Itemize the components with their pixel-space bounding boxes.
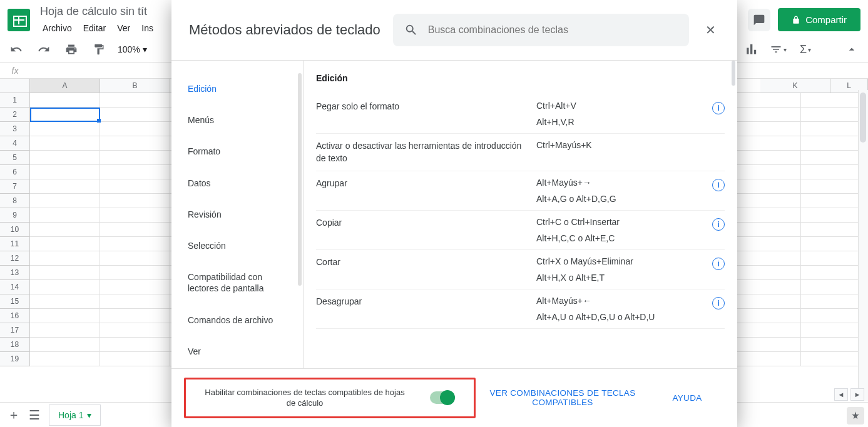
cell[interactable] [30, 338, 100, 352]
cell[interactable] [731, 165, 801, 179]
row-header[interactable]: 8 [0, 194, 30, 208]
cell[interactable] [100, 151, 170, 165]
menu-insertar[interactable]: Ins [136, 21, 158, 36]
menu-ver[interactable]: Ver [112, 21, 135, 36]
cell[interactable] [100, 294, 170, 309]
add-sheet-icon[interactable]: ＋ [8, 406, 20, 423]
cell[interactable] [731, 237, 801, 251]
sidebar-item[interactable]: Revisión [171, 199, 303, 230]
search-box[interactable] [393, 14, 689, 46]
compat-toggle[interactable] [430, 391, 455, 404]
row-header[interactable]: 5 [0, 151, 30, 165]
vertical-scrollbar[interactable] [858, 90, 868, 401]
sidebar-item[interactable]: Menús [171, 104, 303, 136]
cell[interactable] [731, 280, 801, 294]
menu-archivo[interactable]: Archivo [38, 21, 77, 36]
row-header[interactable]: 9 [0, 208, 30, 223]
scrollbar-thumb[interactable] [298, 73, 302, 286]
cell[interactable] [30, 352, 100, 366]
active-cell[interactable] [30, 108, 100, 122]
cell[interactable] [100, 309, 170, 323]
row-header[interactable]: 12 [0, 251, 30, 266]
cell[interactable] [731, 266, 801, 280]
row-header[interactable]: 3 [0, 122, 30, 136]
cell[interactable] [30, 309, 100, 323]
row-header[interactable]: 7 [0, 179, 30, 194]
cell[interactable] [100, 93, 170, 108]
cell[interactable] [100, 208, 170, 223]
cell[interactable] [30, 136, 100, 151]
cell[interactable] [30, 266, 100, 280]
cell[interactable] [100, 223, 170, 237]
cell[interactable] [30, 323, 100, 338]
row-header[interactable]: 13 [0, 266, 30, 280]
cell[interactable] [30, 280, 100, 294]
close-icon[interactable]: ✕ [702, 19, 720, 41]
sheet-tab[interactable]: Hoja 1 ▾ [49, 404, 101, 426]
cell[interactable] [731, 194, 801, 208]
row-header[interactable]: 1 [0, 93, 30, 108]
menu-editar[interactable]: Editar [78, 21, 111, 36]
cell[interactable] [100, 338, 170, 352]
row-header[interactable]: 15 [0, 294, 30, 309]
cell[interactable] [731, 251, 801, 266]
cell[interactable] [30, 93, 100, 108]
filter-icon[interactable]: ▾ [769, 41, 787, 58]
undo-icon[interactable] [8, 41, 25, 58]
cell[interactable] [731, 108, 801, 122]
print-icon[interactable] [63, 41, 80, 58]
explore-icon[interactable] [847, 407, 864, 424]
info-icon[interactable]: i [712, 102, 725, 114]
row-header[interactable]: 10 [0, 223, 30, 237]
cell[interactable] [731, 223, 801, 237]
cell[interactable] [731, 93, 801, 108]
cell[interactable] [100, 323, 170, 338]
scroll-right-icon[interactable]: ► [850, 388, 864, 401]
cell[interactable] [100, 251, 170, 266]
row-header[interactable]: 18 [0, 338, 30, 352]
col-header[interactable]: K [760, 79, 830, 93]
info-icon[interactable]: i [712, 179, 725, 191]
sidebar-item[interactable]: Formato [171, 136, 303, 167]
info-icon[interactable]: i [712, 297, 725, 309]
cell[interactable] [731, 151, 801, 165]
cell[interactable] [30, 223, 100, 237]
row-header[interactable]: 19 [0, 352, 30, 366]
cell[interactable] [731, 136, 801, 151]
collapse-icon[interactable] [843, 41, 860, 58]
cell[interactable] [731, 338, 801, 352]
paint-format-icon[interactable] [90, 41, 108, 58]
cell[interactable] [30, 165, 100, 179]
cell[interactable] [100, 280, 170, 294]
info-icon[interactable]: i [712, 258, 725, 270]
cell[interactable] [30, 122, 100, 136]
cell[interactable] [100, 352, 170, 366]
view-compat-link[interactable]: VER COMBINACIONES DE TECLAS COMPATIBLES [488, 388, 637, 407]
cell[interactable] [100, 179, 170, 194]
cell[interactable] [100, 194, 170, 208]
scrollbar-thumb[interactable] [860, 93, 866, 143]
doc-title[interactable]: Hoja de cálculo sin tít [38, 4, 158, 19]
cell[interactable] [731, 309, 801, 323]
zoom-select[interactable]: 100% ▾ [118, 44, 147, 54]
sidebar-item[interactable]: Compatibilidad con lectores de pantalla [171, 261, 303, 304]
cell[interactable] [731, 323, 801, 338]
info-icon[interactable]: i [712, 218, 725, 231]
cell[interactable] [30, 294, 100, 309]
row-header[interactable]: 2 [0, 108, 30, 122]
select-all-corner[interactable] [0, 79, 30, 93]
cell[interactable] [731, 208, 801, 223]
share-button[interactable]: Compartir [778, 8, 860, 31]
all-sheets-icon[interactable]: ☰ [29, 408, 40, 423]
cell[interactable] [30, 208, 100, 223]
col-header[interactable]: A [30, 79, 100, 93]
row-header[interactable]: 14 [0, 280, 30, 294]
row-header[interactable]: 4 [0, 136, 30, 151]
scroll-left-icon[interactable]: ◄ [834, 388, 848, 401]
cell[interactable] [30, 179, 100, 194]
cell[interactable] [731, 294, 801, 309]
sidebar-item[interactable]: Ver [171, 336, 303, 367]
sidebar-item[interactable]: Datos [171, 168, 303, 199]
cell[interactable] [30, 194, 100, 208]
chart-icon[interactable] [742, 41, 759, 58]
